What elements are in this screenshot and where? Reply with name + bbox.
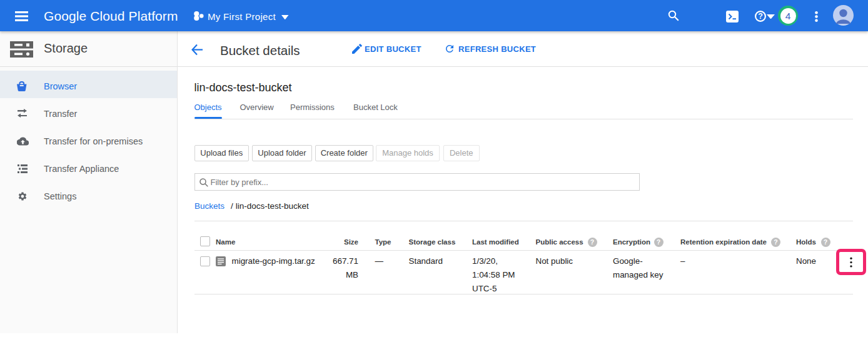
svg-text:?: ? [758,12,763,21]
